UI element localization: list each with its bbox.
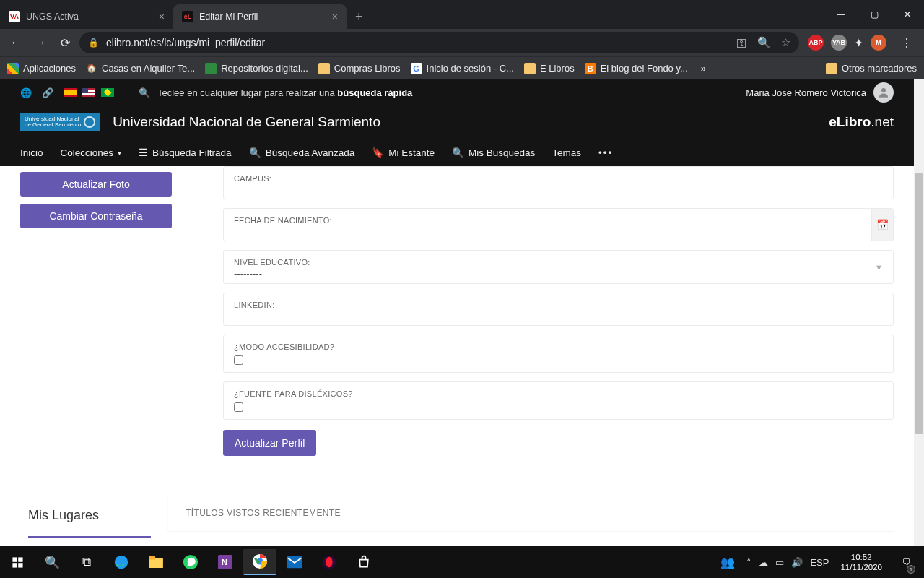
key-icon[interactable]: ⚿ [736,37,747,49]
reload-button[interactable]: ⟳ [55,33,75,53]
bookmarks-bar: Aplicaciones 🏠Casas en Alquiler Te... Re… [0,56,924,79]
change-password-button[interactable]: Cambiar Contraseña [20,204,172,228]
forward-button[interactable]: → [30,33,51,53]
new-tab-button[interactable]: + [346,4,372,29]
mis-lugares-tab[interactable]: Mis Lugares [28,495,151,538]
star-icon[interactable]: ☆ [781,36,790,49]
folder-icon [318,63,330,74]
svg-point-5 [115,556,128,569]
edge-app[interactable] [105,549,138,575]
bookmark-repos[interactable]: Repositorios digital... [205,63,308,74]
tab-ungs[interactable]: VA UNGS Activa × [0,4,173,29]
onenote-app[interactable]: N [209,549,242,575]
language-indicator[interactable]: ESP [810,557,829,568]
dob-field[interactable]: FECHA DE NACIMIENTO: 📅 [223,208,894,241]
education-level-field[interactable]: NIVEL EDUCATIVO: --------- ▼ [223,250,894,284]
nav-mi-estante[interactable]: 🔖Mi Estante [372,147,435,158]
scrollbar-thumb[interactable] [915,173,923,434]
close-icon[interactable]: × [332,11,338,22]
action-center[interactable]: 🗨1 [894,546,920,578]
bookmark-elibros[interactable]: E Libros [524,63,575,74]
dyslexic-font-checkbox[interactable] [234,402,243,412]
apps-label: Aplicaciones [23,63,76,74]
store-app[interactable] [347,549,380,575]
user-menu[interactable]: Maria Jose Romero Victorica [746,82,894,103]
bookmark-blog[interactable]: BEl blog del Fondo y... [585,63,688,74]
calendar-icon[interactable]: 📅 [871,209,893,241]
nav-colecciones[interactable]: Colecciones ▾ [61,147,122,158]
profile-content: Actualizar Foto Cambiar Contraseña CAMPU… [0,166,914,538]
tab-title: Editar Mi Perfil [199,12,258,22]
tray-chevron-up-icon[interactable]: ˄ [746,557,751,568]
blogger-icon: B [585,63,596,74]
campus-field[interactable]: CAMPUS: [223,166,894,199]
flag-us-icon[interactable] [82,88,95,97]
field-value [234,225,883,236]
minimize-button[interactable]: ― [824,0,858,29]
address-bar: ← → ⟳ 🔒 elibro.net/es/lc/ungs/mi_perfil/… [0,29,924,56]
clock[interactable]: 10:52 11/11/2020 [836,552,886,573]
nav-more[interactable]: ••• [598,147,613,158]
opera-app[interactable] [313,549,346,575]
abp-extension-icon[interactable]: ABP [808,35,824,51]
elibro-logo[interactable]: eLibro.net [829,114,894,130]
bookmark-casas[interactable]: 🏠Casas en Alquiler Te... [86,63,195,74]
nav-busqueda-avanzada[interactable]: 🔍Búsqueda Avanzada [249,147,355,158]
maximize-button[interactable]: ▢ [858,0,891,29]
mis-lugares-section: Mis Lugares TÍTULOS VISTOS RECIENTEMENTE [28,495,894,538]
update-photo-button[interactable]: Actualizar Foto [20,172,172,197]
bookmark-label: El blog del Fondo y... [601,63,688,74]
chrome-menu-button[interactable]: ⋮ [895,36,918,50]
close-icon[interactable]: × [159,11,165,22]
vertical-scrollbar[interactable] [914,79,924,546]
flag-es-icon[interactable] [64,88,77,97]
volume-icon[interactable]: 🔊 [791,557,803,568]
update-profile-button[interactable]: Actualizar Perfil [223,430,316,456]
search-button[interactable]: 🔍 [35,546,69,578]
accessibility-checkbox[interactable] [234,355,243,365]
nav-temas[interactable]: Temas [552,147,581,158]
bookmark-compras[interactable]: Compras Libros [318,63,401,74]
close-window-button[interactable]: ✕ [891,0,924,29]
bookmark-label: E Libros [540,63,575,74]
utility-bar: 🌐 🔗 🔍 Teclee en cualquier lugar para rea… [0,79,914,105]
start-button[interactable] [0,546,35,578]
profile-sidebar: Actualizar Foto Cambiar Contraseña [20,166,172,228]
other-bookmarks[interactable]: Otros marcadores [826,63,917,74]
search-hint[interactable]: 🔍 Teclee en cualquier lugar para realiza… [139,87,412,98]
page-viewport: 🌐 🔗 🔍 Teclee en cualquier lugar para rea… [0,79,914,546]
search-in-page-icon[interactable]: 🔍 [757,36,771,49]
apps-button[interactable]: Aplicaciones [7,63,76,74]
nav-inicio[interactable]: Inicio [20,147,43,158]
linkedin-field[interactable]: LINKEDIN: [223,293,894,326]
explorer-app[interactable] [139,549,173,575]
yab-extension-icon[interactable]: YAB [831,35,847,51]
flag-br-icon[interactable] [101,88,114,97]
people-icon[interactable]: 👥 [720,556,739,569]
bookmark-google-login[interactable]: GInicio de sesión - C... [411,63,514,74]
chrome-app[interactable] [243,549,276,575]
field-label: FECHA DE NACIMIENTO: [234,216,883,225]
windows-taskbar: 🔍 ⧉ N 👥 ˄ ☁ ▭ 🔊 ESP 10:52 11/11/2020 🗨1 [0,546,924,578]
onedrive-icon[interactable]: ☁ [759,557,768,568]
nav-busqueda-filtrada[interactable]: ☰Búsqueda Filtrada [139,147,232,158]
tab-editar-perfil[interactable]: eL Editar Mi Perfil × [173,4,346,29]
extensions-icon[interactable]: ✦ [854,36,863,50]
globe-icon[interactable]: 🌐 [20,87,32,98]
whatsapp-app[interactable] [174,549,207,575]
main-nav: Inicio Colecciones ▾ ☰Búsqueda Filtrada … [0,139,914,166]
filter-icon: ☰ [139,147,148,158]
network-icon[interactable]: ▭ [775,557,784,568]
profile-avatar[interactable]: M [871,35,886,51]
svg-point-0 [881,88,886,92]
university-name: Universidad Nacional de General Sarmient… [113,114,380,130]
link-icon[interactable]: 🔗 [42,87,53,98]
chevron-down-icon: ▼ [875,263,883,272]
bookmark-label: Compras Libros [334,63,401,74]
task-view-button[interactable]: ⧉ [69,546,104,578]
back-button[interactable]: ← [6,33,26,53]
mail-app[interactable] [278,549,311,575]
nav-mis-busquedas[interactable]: 🔍Mis Busquedas [452,147,535,158]
bookmarks-overflow[interactable]: » [701,63,706,74]
omnibox[interactable]: 🔒 elibro.net/es/lc/ungs/mi_perfil/editar… [79,32,799,53]
